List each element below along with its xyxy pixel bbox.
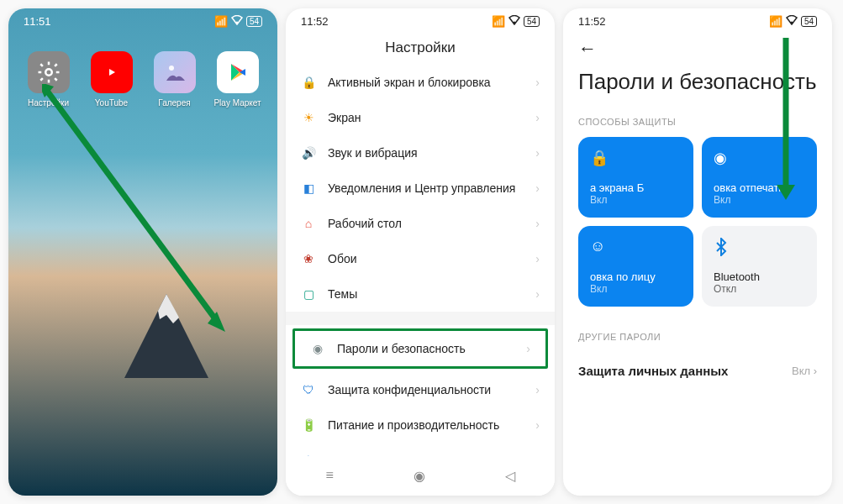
chevron-right-icon: › — [535, 418, 540, 432]
chevron-right-icon: › — [526, 342, 530, 355]
other-label: Защита личных данных — [578, 364, 728, 378]
security-card[interactable]: Bluetooth Откл — [702, 226, 817, 307]
svg-point-2 — [169, 66, 174, 71]
section-label: ДРУГИЕ ПАРОЛИ — [563, 328, 832, 352]
signal-icon: 📶 — [492, 15, 505, 28]
setting-item[interactable]: 🛡 Защита конфиденциальности › — [286, 372, 555, 407]
setting-label: Пароли и безопасность — [337, 342, 514, 355]
status-bar: 11:52 📶 54 — [286, 8, 555, 34]
setting-icon: ◧ — [301, 181, 316, 196]
chevron-right-icon: › — [535, 287, 540, 301]
status-bar: 11:51 📶 54 — [8, 8, 277, 34]
security-screen: 11:52 📶 54 ← Пароли и безопасность СПОСО… — [563, 8, 832, 496]
svg-marker-9 — [777, 185, 795, 200]
nav-menu[interactable]: ≡ — [325, 468, 333, 484]
clock: 11:51 — [24, 15, 51, 28]
card-icon: ☺ — [590, 238, 682, 255]
svg-point-0 — [235, 22, 238, 24]
setting-item[interactable]: ❀ Обои › — [286, 241, 555, 276]
svg-point-6 — [513, 22, 515, 24]
setting-icon: ◉ — [310, 341, 325, 356]
status-icons: 📶 54 — [769, 15, 817, 28]
card-icon — [714, 238, 805, 260]
setting-label: Экран — [328, 111, 524, 124]
setting-item[interactable]: ▢ Темы › — [286, 276, 555, 312]
divider — [286, 312, 555, 325]
setting-item[interactable]: ◉ Пароли и безопасность › — [292, 328, 548, 369]
nav-bar: ≡ ◉ ◁ — [286, 456, 555, 496]
annotation-arrow — [773, 34, 798, 202]
setting-icon: 🔋 — [301, 417, 316, 433]
setting-item[interactable]: ☀ Экран › — [286, 100, 555, 135]
security-card[interactable]: 🔒 а экрана Б Вкл — [578, 137, 693, 218]
battery-icon: 54 — [801, 16, 817, 27]
battery-icon: 54 — [524, 16, 540, 27]
nav-home[interactable]: ◉ — [414, 468, 425, 484]
wifi-icon — [231, 15, 243, 28]
setting-label: Звук и вибрация — [328, 146, 524, 160]
wifi-icon — [786, 15, 798, 28]
chevron-right-icon: › — [535, 76, 540, 89]
setting-label: Обои — [328, 252, 524, 265]
setting-label: Защита конфиденциальности — [328, 383, 524, 396]
security-card[interactable]: ☺ овка по лицу Вкл — [578, 226, 693, 307]
setting-label: Активный экран и блокировка — [328, 76, 524, 89]
svg-point-1 — [45, 69, 52, 76]
card-subtitle: Откл — [714, 283, 805, 295]
chevron-right-icon: › — [535, 252, 540, 265]
status-bar: 11:52 📶 54 — [563, 8, 832, 34]
chevron-right-icon: › — [535, 146, 540, 160]
card-subtitle: Вкл — [590, 283, 682, 295]
setting-label: Питание и производительность — [328, 418, 524, 432]
setting-item[interactable]: ◧ Уведомления и Центр управления › — [286, 171, 555, 206]
svg-point-7 — [790, 22, 793, 24]
card-icon: 🔒 — [590, 149, 682, 167]
settings-list: 🔒 Активный экран и блокировка ›☀ Экран ›… — [286, 65, 555, 478]
setting-item[interactable]: 🔊 Звук и вибрация › — [286, 135, 555, 171]
setting-item[interactable]: 🔋 Питание и производительность › — [286, 407, 555, 443]
annotation-arrow — [42, 84, 235, 344]
settings-screen: 11:52 📶 54 Настройки 🔒 Активный экран и … — [286, 8, 555, 496]
setting-icon: ❀ — [301, 251, 316, 266]
home-screen: 11:51 📶 54 Настройки YouTube Галерея — [8, 8, 277, 496]
other-item[interactable]: Защита личных данных Вкл › — [563, 352, 832, 390]
signal-icon: 📶 — [769, 15, 782, 28]
svg-line-3 — [42, 84, 219, 323]
battery-icon: 54 — [246, 16, 262, 27]
chevron-right-icon: › — [535, 217, 540, 230]
clock: 11:52 — [578, 15, 606, 28]
setting-item[interactable]: 🔒 Активный экран и блокировка › — [286, 65, 555, 100]
card-title: Bluetooth — [714, 270, 805, 283]
signal-icon: 📶 — [214, 15, 228, 28]
nav-back[interactable]: ◁ — [505, 468, 515, 484]
setting-item[interactable]: ⌂ Рабочий стол › — [286, 206, 555, 241]
chevron-right-icon: › — [535, 383, 540, 396]
status-icons: 📶 54 — [492, 15, 540, 28]
wifi-icon — [508, 15, 520, 28]
setting-icon: ⌂ — [301, 216, 316, 231]
setting-icon: 🔊 — [301, 145, 316, 160]
setting-label: Темы — [328, 287, 524, 301]
setting-icon: 🔒 — [301, 75, 316, 90]
settings-title: Настройки — [286, 34, 555, 65]
setting-icon: ▢ — [301, 286, 316, 302]
card-title: а экрана Б — [590, 181, 682, 194]
chevron-right-icon: › — [535, 181, 540, 195]
card-subtitle: Вкл — [590, 194, 682, 206]
setting-label: Уведомления и Центр управления — [328, 181, 524, 195]
setting-icon: ☀ — [301, 110, 316, 125]
setting-icon: 🛡 — [301, 382, 316, 397]
other-value: Вкл › — [792, 365, 817, 377]
status-icons: 📶 54 — [214, 15, 262, 28]
security-card[interactable]: ◉ овка отпечатко Вкл — [702, 137, 817, 218]
setting-label: Рабочий стол — [328, 217, 524, 230]
card-title: овка по лицу — [590, 270, 682, 283]
clock: 11:52 — [301, 15, 329, 28]
chevron-right-icon: › — [535, 111, 540, 124]
